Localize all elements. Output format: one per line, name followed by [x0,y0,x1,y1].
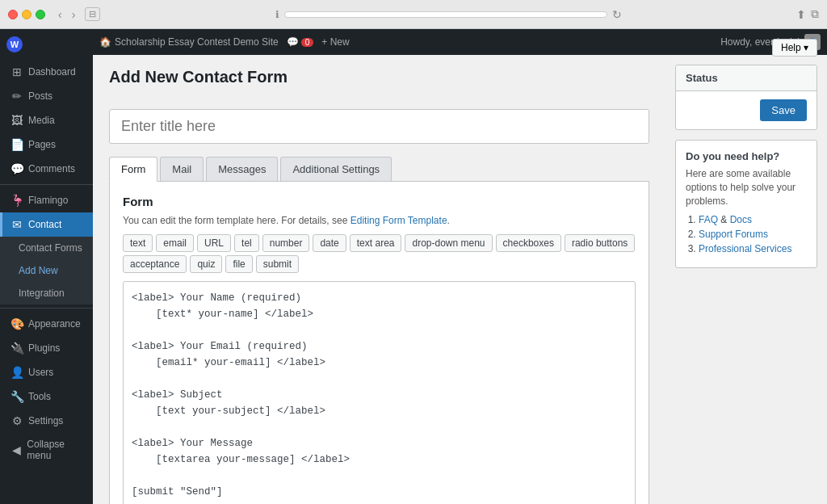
contact-forms-label: Contact Forms [19,242,82,254]
sidebar-item-posts[interactable]: ✏ Posts [0,84,93,108]
site-name[interactable]: 🏠 Scholarship Essay Contest Demo Site [99,36,279,48]
new-tab-button[interactable]: ⧉ [811,7,819,21]
settings-icon: ⚙ [10,414,23,427]
professional-services-link[interactable]: Professional Services [699,243,791,254]
sidebar-item-label: Appearance [28,318,81,330]
sidebar-item-label: Users [28,367,53,378]
sidebar-item-tools[interactable]: 🔧 Tools [0,384,93,409]
browser-chrome: ‹ › ⊟ ℹ ↻ ⬆ ⧉ [0,0,827,29]
tab-messages[interactable]: Messages [206,157,278,181]
close-dot[interactable] [8,10,18,19]
sidebar-item-label: Posts [28,90,52,102]
tag-checkboxes[interactable]: checkboxes [496,234,561,252]
sidebar-item-label: Media [28,115,55,126]
sidebar-item-collapse[interactable]: ◀ Collapse menu [0,433,93,467]
sidebar-item-contact[interactable]: ✉ Contact [0,212,93,237]
sidebar-item-media[interactable]: 🖼 Media [0,108,93,132]
minimize-dot[interactable] [22,10,31,19]
home-icon: 🏠 [99,36,111,48]
collapse-icon: ◀ [10,443,22,456]
sidebar-item-plugins[interactable]: 🔌 Plugins [0,336,93,360]
sidebar-item-flamingo[interactable]: 🦩 Flamingo [0,188,93,212]
tag-submit[interactable]: submit [256,255,299,273]
admin-bar-top: 🏠 Scholarship Essay Contest Demo Site 💬 … [93,29,827,55]
form-description-text: You can edit the form template here. For… [123,215,351,226]
comments-icon: 💬 [10,162,23,175]
save-button[interactable]: Save [760,99,807,121]
sidebar-item-label: Dashboard [28,66,76,78]
page-content: Add New Contact Form Help ▾ Form Mail Me… [93,55,665,504]
comments-link[interactable]: 💬 0 [287,36,314,48]
dashboard-icon: ⊞ [10,65,23,78]
tag-text[interactable]: text [123,234,153,252]
faq-link[interactable]: FAQ [699,214,718,225]
tag-radio[interactable]: radio buttons [565,234,635,252]
form-description-link[interactable]: Editing Form Template [351,215,447,226]
back-button[interactable]: ‹ [55,6,65,23]
tag-acceptance[interactable]: acceptance [123,255,187,273]
admin-bar: W [0,29,93,60]
contact-submenu: Contact Forms Add New Integration [0,237,93,304]
admin-bar-left: 🏠 Scholarship Essay Contest Demo Site 💬 … [99,36,350,48]
help-link-2: Support Forums [699,229,807,240]
contact-icon: ✉ [10,218,23,231]
title-input[interactable] [109,109,649,144]
users-icon: 👤 [10,366,23,379]
sidebar-item-pages[interactable]: 📄 Pages [0,132,93,157]
tag-number[interactable]: number [262,234,310,252]
pages-icon: 📄 [10,138,23,151]
tag-textarea[interactable]: text area [350,234,402,252]
sidebar-item-appearance[interactable]: 🎨 Appearance [0,312,93,336]
content-area: Add New Contact Form Help ▾ Form Mail Me… [93,55,827,504]
browser-actions: ⬆ ⧉ [796,7,819,21]
faq-sep: & [720,214,729,225]
site-name-text: Scholarship Essay Contest Demo Site [115,36,279,48]
page-title: Add New Contact Form [109,68,288,86]
tag-dropdown[interactable]: drop-down menu [405,234,492,252]
new-label: + New [321,36,349,48]
new-button[interactable]: + New [321,36,349,48]
sidebar-item-label: Plugins [28,342,60,354]
help-link-3: Professional Services [699,243,807,254]
share-button[interactable]: ⬆ [796,7,806,21]
help-description: Here are some available options to help … [686,167,807,208]
sidebar-item-settings[interactable]: ⚙ Settings [0,409,93,433]
sidebar-item-label: Collapse menu [27,439,85,461]
sidebar-item-contact-forms[interactable]: Contact Forms [0,237,93,259]
form-description: You can edit the form template here. For… [123,215,636,226]
address-bar[interactable] [284,11,607,18]
sidebar-item-dashboard[interactable]: ⊞ Dashboard [0,60,93,84]
sidebar-item-comments[interactable]: 💬 Comments [0,157,93,181]
tag-email[interactable]: email [156,234,194,252]
tab-mail[interactable]: Mail [160,157,204,181]
docs-link[interactable]: Docs [730,214,752,225]
tab-form[interactable]: Form [109,157,157,182]
sidebar-item-label: Tools [28,391,51,402]
sidebar-item-users[interactable]: 👤 Users [0,360,93,384]
main-content: 🏠 Scholarship Essay Contest Demo Site 💬 … [93,29,827,504]
form-tags: text email URL tel number date text area… [123,234,636,273]
tag-url[interactable]: URL [197,234,231,252]
form-textarea[interactable] [123,281,636,504]
sidebar-item-integration[interactable]: Integration [0,282,93,304]
flamingo-icon: 🦩 [10,194,23,207]
sidebar-item-add-new[interactable]: Add New [0,259,93,282]
tag-date[interactable]: date [313,234,346,252]
tab-button[interactable]: ⊟ [85,7,100,21]
tag-tel[interactable]: tel [234,234,259,252]
help-title: Do you need help? [686,150,807,162]
status-box: Status Save [675,65,817,130]
refresh-icon[interactable]: ↻ [612,8,622,21]
form-panel: Form You can edit the form template here… [109,182,649,504]
maximize-dot[interactable] [36,10,45,19]
media-icon: 🖼 [10,114,23,127]
sidebar: W ⊞ Dashboard ✏ Posts 🖼 Media 📄 Pages 💬 … [0,29,93,504]
add-new-label: Add New [19,265,58,276]
forward-button[interactable]: › [69,6,79,23]
form-section-title: Form [123,195,636,208]
tag-file[interactable]: file [225,255,252,273]
tab-additional-settings[interactable]: Additional Settings [280,157,392,181]
integration-label: Integration [19,288,65,299]
tag-quiz[interactable]: quiz [190,255,222,273]
support-forums-link[interactable]: Support Forums [699,229,768,240]
